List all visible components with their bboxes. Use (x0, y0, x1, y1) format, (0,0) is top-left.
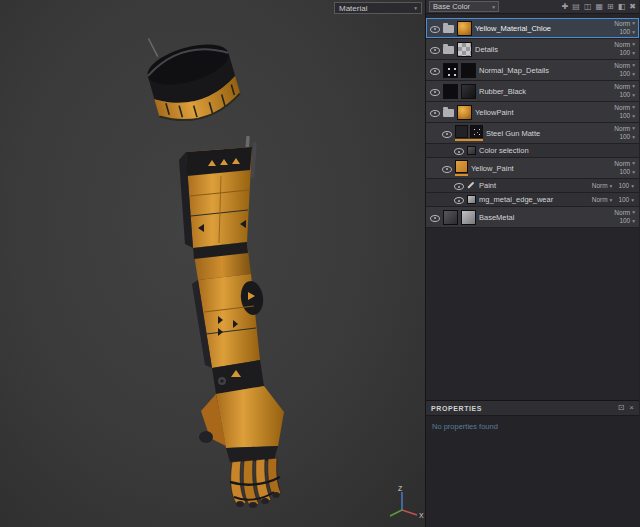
opacity-dropdown[interactable]: 100▾ (619, 71, 635, 78)
fill-layer-icon[interactable]: ◫ (584, 3, 592, 11)
opacity-dropdown[interactable]: 100▾ (619, 50, 635, 57)
chevron-down-icon: ▾ (632, 105, 635, 111)
channel-dropdown[interactable]: Base Color ▾ (429, 1, 499, 12)
properties-title: PROPERTIES (431, 405, 482, 412)
layer-thumbnail[interactable] (457, 42, 472, 57)
visibility-eye-icon[interactable] (441, 163, 452, 174)
chevron-down-icon: ▾ (632, 114, 635, 120)
opacity-dropdown[interactable]: 100▾ (618, 182, 634, 189)
viewport-3d[interactable]: Material ▾ (0, 0, 426, 527)
chevron-down-icon: ▾ (632, 72, 635, 78)
effect-row-mg-metal-edge-wear[interactable]: mg_metal_edge_wear Norm▾ 100▾ (426, 193, 639, 207)
blend-mode-dropdown[interactable]: Norm▾ (614, 42, 635, 49)
smart-material-icon[interactable]: ▦ (595, 3, 603, 11)
visibility-eye-icon[interactable] (429, 44, 440, 55)
layer-thumbnail[interactable] (461, 210, 476, 225)
chevron-down-icon: ▾ (632, 42, 635, 48)
visibility-eye-icon[interactable] (429, 23, 440, 34)
layer-row-basemetal[interactable]: BaseMetal Norm▾ 100▾ (426, 207, 639, 228)
hand-piece[interactable] (199, 360, 284, 508)
effect-row-paint[interactable]: Paint Norm▾ 100▾ (426, 179, 639, 193)
visibility-eye-icon[interactable] (429, 107, 440, 118)
blend-mode-dropdown[interactable]: Norm▾ (614, 161, 635, 168)
shoulder-armor-piece[interactable] (138, 18, 244, 129)
opacity-dropdown[interactable]: 100▾ (619, 113, 635, 120)
visibility-eye-icon[interactable] (453, 145, 464, 156)
blend-opacity-controls: Norm▾ 100▾ (614, 84, 636, 99)
add-effect-icon[interactable]: ✚ (562, 3, 569, 11)
layer-thumbnail-group[interactable] (455, 160, 468, 176)
visibility-eye-icon[interactable] (441, 128, 452, 139)
opacity-dropdown[interactable]: 100▾ (618, 196, 634, 203)
opacity-dropdown[interactable]: 100▾ (619, 92, 635, 99)
blend-opacity-controls: Norm▾ 100▾ (614, 161, 636, 176)
visibility-eye-icon[interactable] (453, 194, 464, 205)
layer-row-rubber-black[interactable]: Rubber_Black Norm▾ 100▾ (426, 81, 639, 102)
visibility-eye-icon[interactable] (429, 65, 440, 76)
chevron-down-icon: ▾ (632, 51, 635, 57)
layer-thumbnail[interactable] (470, 125, 483, 138)
blend-mode-dropdown[interactable]: Norm▾ (614, 210, 635, 217)
layer-thumbnail[interactable] (461, 84, 476, 99)
layer-row-yellowpaint[interactable]: YellowPaint Norm▾ 100▾ (426, 102, 639, 123)
chevron-down-icon: ▾ (632, 126, 635, 132)
axis-gizmo[interactable]: Z X (382, 482, 426, 524)
brush-icon (467, 181, 476, 190)
blend-mode-dropdown[interactable]: Norm▾ (592, 182, 613, 189)
layer-name: Yellow_Paint (471, 164, 611, 173)
blend-mode-dropdown[interactable]: Norm▾ (614, 84, 635, 91)
delete-layer-icon[interactable]: ✖ (629, 3, 636, 11)
upper-arm-piece[interactable] (179, 136, 257, 248)
opacity-dropdown[interactable]: 100▾ (619, 29, 635, 36)
layer-thumbnail-group[interactable] (455, 125, 483, 141)
blend-mode-dropdown[interactable]: Norm▾ (614, 105, 635, 112)
layer-name: BaseMetal (479, 213, 611, 222)
layer-row-normal-map-details[interactable]: Normal_Map_Details Norm▾ 100▾ (426, 60, 639, 81)
visibility-eye-icon[interactable] (429, 212, 440, 223)
mask-thumbnail[interactable] (443, 210, 458, 225)
fill-color-strip (455, 174, 468, 176)
layer-name: Rubber_Black (479, 87, 611, 96)
folder-icon (443, 25, 454, 33)
opacity-dropdown[interactable]: 100▾ (619, 218, 635, 225)
panel-close-icon[interactable]: × (629, 404, 634, 412)
opacity-dropdown[interactable]: 100▾ (619, 134, 635, 141)
chevron-down-icon: ▾ (632, 63, 635, 69)
blend-mode-dropdown[interactable]: Norm▾ (592, 196, 613, 203)
blend-opacity-controls: Norm▾ 100▾ (614, 42, 636, 57)
layer-row-details[interactable]: Details Norm▾ 100▾ (426, 39, 639, 60)
layer-thumbnail[interactable] (455, 160, 468, 173)
blend-mode-dropdown[interactable]: Norm▾ (614, 21, 635, 28)
layer-name: Yellow_Material_Chloe (475, 24, 611, 33)
layer-name: YellowPaint (475, 108, 611, 117)
blend-mode-dropdown[interactable]: Norm▾ (614, 63, 635, 70)
panel-float-icon[interactable]: ⊡ (618, 404, 625, 412)
add-folder-icon[interactable]: ⊞ (607, 3, 614, 11)
visibility-eye-icon[interactable] (453, 180, 464, 191)
layer-row-yellow-paint[interactable]: Yellow_Paint Norm▾ 100▾ (426, 158, 639, 179)
folder-icon (443, 109, 454, 117)
model-robot-arm[interactable] (0, 0, 426, 527)
layer-thumbnail[interactable] (457, 21, 472, 36)
add-mask-icon[interactable]: ◧ (618, 3, 626, 11)
layer-row-steel-gun-matte[interactable]: Steel Gun Matte Norm▾ 100▾ (426, 123, 639, 144)
blend-mode-dropdown[interactable]: Norm▾ (614, 126, 635, 133)
visibility-eye-icon[interactable] (429, 86, 440, 97)
shoulder-antenna (148, 37, 157, 57)
shading-mode-dropdown[interactable]: Material ▾ (334, 2, 422, 14)
forearm-piece[interactable] (192, 242, 265, 368)
mask-thumbnail[interactable] (443, 63, 458, 78)
layer-row-yellow-material-chloe[interactable]: Yellow_Material_Chloe Norm▾ 100▾ (426, 18, 639, 39)
opacity-dropdown[interactable]: 100▾ (619, 169, 635, 176)
chevron-down-icon: ▾ (632, 135, 635, 141)
layer-name: Details (475, 45, 611, 54)
layer-thumbnail[interactable] (457, 105, 472, 120)
layer-name: Steel Gun Matte (486, 129, 611, 138)
properties-header-icons: ⊡ × (618, 404, 634, 412)
mask-thumbnail[interactable] (443, 84, 458, 99)
chevron-down-icon: ▾ (632, 93, 635, 99)
mask-thumbnail[interactable] (455, 125, 468, 138)
paint-layer-icon[interactable]: ▤ (572, 3, 580, 11)
effect-row-color-selection[interactable]: Color selection (426, 144, 639, 158)
layer-thumbnail[interactable] (461, 63, 476, 78)
